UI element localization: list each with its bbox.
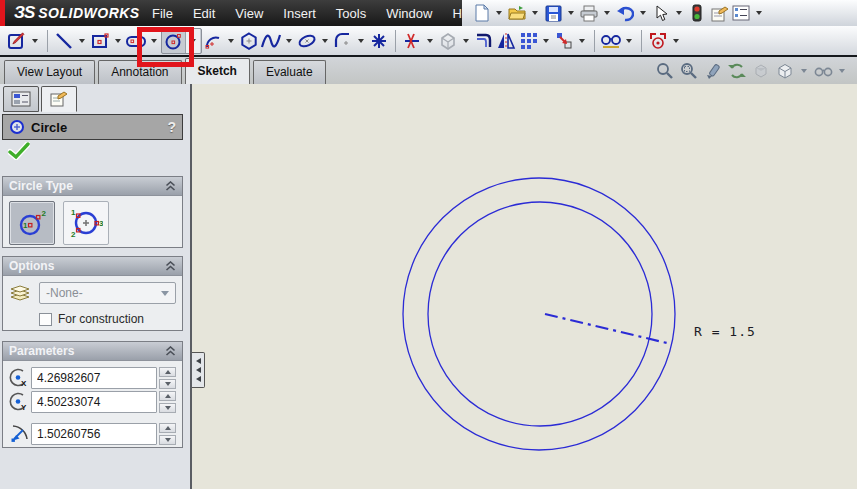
dropdown-arrow-icon[interactable] xyxy=(579,39,585,43)
for-construction-checkbox[interactable] xyxy=(39,313,52,326)
spin-up-icon[interactable] xyxy=(159,391,176,401)
center-y-input[interactable] xyxy=(31,391,157,413)
display-delete-relations-tool-icon[interactable] xyxy=(600,29,622,53)
line-tool-icon[interactable] xyxy=(53,29,75,53)
center-x-input[interactable] xyxy=(31,367,157,389)
move-entities-tool-icon[interactable] xyxy=(553,29,575,53)
zoom-to-fit-icon[interactable] xyxy=(655,61,675,81)
dropdown-arrow-icon[interactable] xyxy=(322,39,328,43)
display-style-icon[interactable] xyxy=(775,61,795,81)
menu-tools[interactable]: Tools xyxy=(326,1,376,26)
radius-icon xyxy=(7,423,31,445)
property-manager-tab[interactable] xyxy=(41,86,77,112)
rectangle-tool-icon[interactable] xyxy=(89,29,111,53)
ellipse-tool-icon[interactable] xyxy=(296,29,318,53)
spin-down-icon[interactable] xyxy=(159,403,176,413)
center-x-spinner[interactable] xyxy=(159,367,176,389)
feature-manager-tab[interactable] xyxy=(3,86,39,112)
options-list-button[interactable] xyxy=(730,2,752,24)
tab-sketch[interactable]: Sketch xyxy=(185,58,250,84)
sketch-drawing[interactable] xyxy=(192,84,855,489)
dropdown-arrow-icon[interactable] xyxy=(604,11,610,15)
dropdown-arrow-icon[interactable] xyxy=(676,11,682,15)
sketch-fillet-tool-icon[interactable] xyxy=(332,29,354,53)
rotate-view-icon[interactable] xyxy=(727,61,747,81)
rebuild-traffic-light-icon[interactable] xyxy=(686,2,708,24)
spin-up-icon[interactable] xyxy=(159,367,176,377)
panel-collapse-handle[interactable] xyxy=(192,352,205,388)
print-button[interactable] xyxy=(578,2,600,24)
dropdown-arrow-icon[interactable] xyxy=(161,291,169,296)
sketch-tool-icon[interactable] xyxy=(6,29,28,53)
point-tool-icon[interactable] xyxy=(368,29,390,53)
ok-check-icon[interactable] xyxy=(8,142,30,164)
svg-text:1: 1 xyxy=(23,221,28,230)
dropdown-arrow-icon[interactable] xyxy=(673,39,679,43)
dropdown-arrow-icon[interactable] xyxy=(358,39,364,43)
radius-value-label: R = 1.5 xyxy=(694,324,756,339)
dropdown-arrow-icon[interactable] xyxy=(427,39,433,43)
perimeter-circle-type-button[interactable]: 123 xyxy=(63,201,109,245)
previous-view-icon[interactable] xyxy=(703,61,723,81)
open-button[interactable] xyxy=(506,2,528,24)
menu-file[interactable]: File xyxy=(142,1,183,26)
dropdown-arrow-icon[interactable] xyxy=(228,39,234,43)
quick-snaps-tool-icon[interactable] xyxy=(647,29,669,53)
convert-entities-tool-icon[interactable] xyxy=(437,29,459,53)
graphics-area[interactable]: R = 1.5 xyxy=(192,84,855,489)
circle-type-header[interactable]: Circle Type xyxy=(3,177,182,196)
spin-down-icon[interactable] xyxy=(159,435,176,445)
offset-entities-tool-icon[interactable] xyxy=(473,29,495,53)
dropdown-arrow-icon[interactable] xyxy=(115,39,121,43)
dropdown-arrow-icon[interactable] xyxy=(543,39,549,43)
options-header[interactable]: Options xyxy=(3,257,182,276)
trim-entities-tool-icon[interactable] xyxy=(401,29,423,53)
zoom-to-area-icon[interactable] xyxy=(679,61,699,81)
radius-spinner[interactable] xyxy=(159,423,176,445)
menu-view[interactable]: View xyxy=(225,1,273,26)
linear-sketch-pattern-tool-icon[interactable] xyxy=(517,29,539,53)
collapse-chevron-icon[interactable] xyxy=(165,181,176,191)
parameters-header[interactable]: Parameters xyxy=(3,342,182,361)
save-button[interactable] xyxy=(542,2,564,24)
tab-evaluate[interactable]: Evaluate xyxy=(253,60,326,84)
outer-circle[interactable] xyxy=(403,178,675,450)
tab-view-layout[interactable]: View Layout xyxy=(4,60,95,84)
toolbar-separator xyxy=(641,30,642,52)
spin-down-icon[interactable] xyxy=(159,379,176,389)
polygon-tool-icon[interactable] xyxy=(238,29,260,53)
dropdown-arrow-icon[interactable] xyxy=(463,39,469,43)
dropdown-arrow-icon[interactable] xyxy=(801,69,807,73)
dropdown-arrow-icon[interactable] xyxy=(496,11,502,15)
inner-circle[interactable] xyxy=(428,202,652,426)
dropdown-arrow-icon[interactable] xyxy=(286,39,292,43)
dropdown-arrow-icon[interactable] xyxy=(568,11,574,15)
radius-input[interactable] xyxy=(31,423,157,445)
file-properties-button[interactable] xyxy=(708,2,730,24)
new-document-button[interactable] xyxy=(470,2,492,24)
panel-tab-bar xyxy=(3,86,79,112)
dropdown-arrow-icon[interactable] xyxy=(79,39,85,43)
relations-dropdown[interactable]: -None- xyxy=(39,282,176,304)
dropdown-arrow-icon[interactable] xyxy=(839,69,845,73)
spline-tool-icon[interactable] xyxy=(260,29,282,53)
dropdown-arrow-icon[interactable] xyxy=(32,39,38,43)
centerpoint-arc-tool-icon[interactable] xyxy=(202,29,224,53)
spin-up-icon[interactable] xyxy=(159,423,176,433)
menu-window[interactable]: Window xyxy=(376,1,442,26)
mirror-entities-tool-icon[interactable] xyxy=(495,29,517,53)
select-button[interactable] xyxy=(650,2,672,24)
center-y-spinner[interactable] xyxy=(159,391,176,413)
menu-edit[interactable]: Edit xyxy=(183,1,225,26)
center-circle-type-button[interactable]: 12 xyxy=(9,201,55,245)
dropdown-arrow-icon[interactable] xyxy=(626,39,632,43)
menu-insert[interactable]: Insert xyxy=(273,1,326,26)
dropdown-arrow-icon[interactable] xyxy=(532,11,538,15)
hide-show-items-icon[interactable] xyxy=(813,61,833,81)
dropdown-arrow-icon[interactable] xyxy=(756,11,762,15)
collapse-chevron-icon[interactable] xyxy=(165,346,176,356)
undo-button[interactable] xyxy=(614,2,636,24)
help-icon[interactable]: ? xyxy=(167,119,176,135)
collapse-chevron-icon[interactable] xyxy=(165,261,176,271)
dropdown-arrow-icon[interactable] xyxy=(640,11,646,15)
